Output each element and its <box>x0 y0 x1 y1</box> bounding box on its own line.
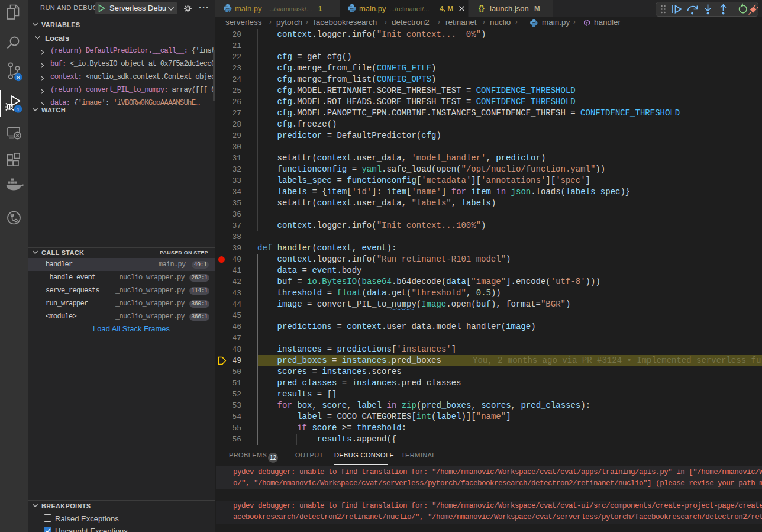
svg-text:1: 1 <box>17 106 20 112</box>
svg-text:8: 8 <box>17 74 20 80</box>
